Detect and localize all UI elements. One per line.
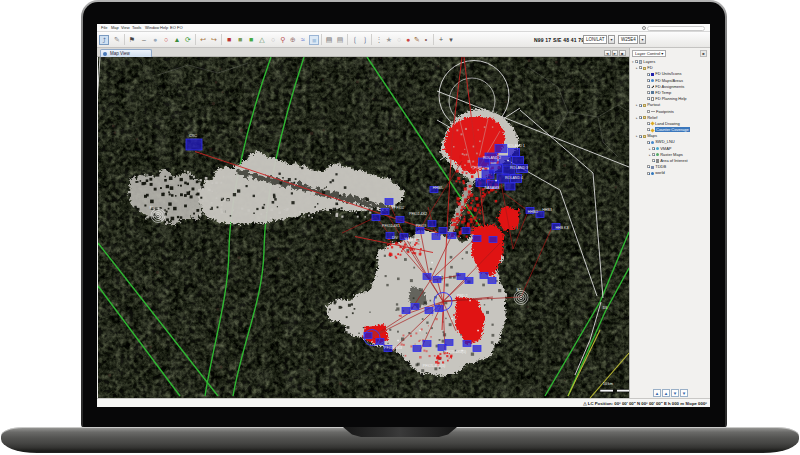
svg-text:B2: B2: [517, 288, 521, 292]
svg-text:HHB/L: HHB/L: [433, 186, 444, 190]
svg-text:PFIO2-4X1: PFIO2-4X1: [382, 224, 400, 228]
svg-text:PFIO5 4X3: PFIO5 4X3: [384, 346, 402, 350]
svg-text:DIV: DIV: [392, 236, 399, 240]
svg-text:PFIO3: PFIO3: [416, 224, 426, 228]
svg-text:HHB/2: HHB/2: [528, 210, 539, 214]
svg-text:CRC: CRC: [189, 134, 197, 138]
svg-text:ROLAND 2: ROLAND 2: [483, 156, 501, 160]
svg-text:PFIO5-4X5(5): PFIO5-4X5(5): [444, 350, 466, 354]
svg-text:NASAMS: NASAMS: [484, 186, 500, 190]
svg-text:PFIO5-4X5(5): PFIO5-4X5(5): [423, 364, 445, 368]
svg-text:PFIO2-4X2: PFIO2-4X2: [409, 212, 427, 216]
svg-text:EL: EL: [150, 206, 154, 210]
svg-text:10 km: 10 km: [603, 382, 613, 386]
svg-text:FGR: FGR: [474, 166, 482, 170]
svg-text:D3: D3: [603, 306, 608, 310]
svg-text:HHB K3: HHB K3: [556, 226, 569, 230]
svg-text:ROLAND 4: ROLAND 4: [505, 176, 523, 180]
svg-text:ROLAND 3: ROLAND 3: [510, 166, 528, 170]
svg-text:ZWD 2: ZWD 2: [456, 294, 467, 298]
svg-text:SAM SCL: SAM SCL: [405, 238, 421, 242]
svg-text:HHB3: HHB3: [542, 208, 552, 212]
svg-text:PFIO2: PFIO2: [394, 206, 404, 210]
svg-text:ROLAND 1: ROLAND 1: [507, 144, 525, 148]
